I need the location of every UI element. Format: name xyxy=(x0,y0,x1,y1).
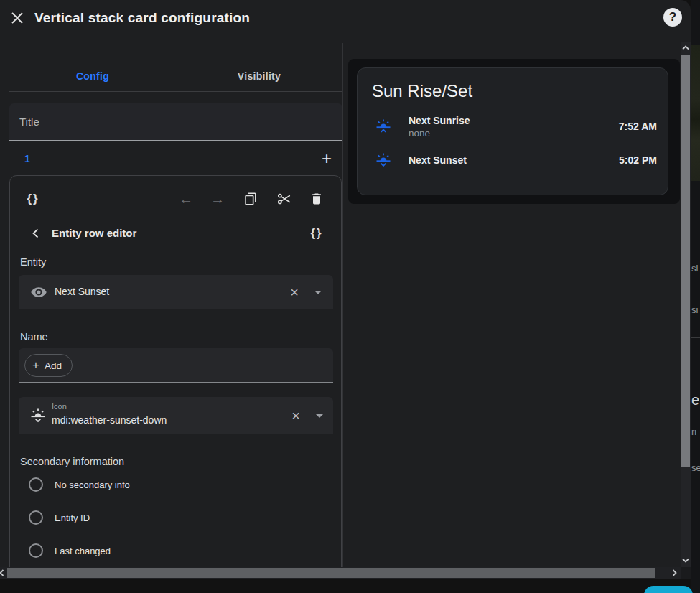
row-editor-subheader: Entity row editor {} xyxy=(10,220,341,249)
radio-icon[interactable] xyxy=(29,510,43,525)
scroll-up-icon[interactable] xyxy=(681,42,691,53)
background-page-edge: si si e ri se xyxy=(691,0,700,593)
screen: si si e ri se Vertical stack card config… xyxy=(0,0,700,593)
close-icon[interactable] xyxy=(7,8,27,28)
icon-select[interactable]: Icon mdi:weather-sunset-down × xyxy=(19,397,333,434)
vertical-scrollbar[interactable] xyxy=(681,42,691,567)
row-editor-title: Entity row editor xyxy=(52,227,136,239)
tab-config[interactable]: Config xyxy=(9,60,176,91)
radio-entity-id[interactable]: Entity ID xyxy=(10,502,341,533)
secondary-info-label: Secondary information xyxy=(20,456,124,467)
entity-name: Next Sunrise xyxy=(409,115,470,126)
config-tabs: Config Visibility xyxy=(9,60,342,92)
radio-icon[interactable] xyxy=(29,477,43,492)
background-text-fragment: si xyxy=(691,304,698,315)
column-divider xyxy=(342,43,343,567)
row-code-editor-button[interactable]: {} xyxy=(304,222,330,245)
clear-entity-icon[interactable]: × xyxy=(286,284,303,301)
horizontal-scrollbar-thumb[interactable] xyxy=(7,568,655,578)
weather-sunset-up-icon xyxy=(375,118,392,135)
dialog-title: Vertical stack card configuration xyxy=(34,10,250,26)
redo-button[interactable]: → xyxy=(205,186,230,212)
weather-sunset-down-icon xyxy=(29,407,47,424)
background-text-fragment: si xyxy=(691,263,698,274)
radio-last-changed[interactable]: Last changed xyxy=(10,535,341,566)
horizontal-scrollbar[interactable] xyxy=(0,567,681,579)
plus-icon: + xyxy=(32,358,39,373)
undo-button[interactable]: ← xyxy=(173,186,199,212)
cut-icon[interactable] xyxy=(271,186,297,212)
title-input-label: Title xyxy=(19,116,39,128)
name-section-label: Name xyxy=(20,331,48,342)
eye-icon xyxy=(30,284,47,301)
background-image-fragment xyxy=(691,45,700,181)
add-name-button[interactable]: + Add xyxy=(24,354,73,377)
preview-card: Sun Rise/Set Next Sunrise none xyxy=(357,67,668,195)
radio-no-secondary-info[interactable]: No secondary info xyxy=(10,469,341,500)
entity-section-label: Entity xyxy=(20,256,46,268)
show-code-editor-button[interactable]: {} xyxy=(20,186,46,212)
card-preview-area: Sun Rise/Set Next Sunrise none xyxy=(348,59,680,204)
icon-field-value: mdi:weather-sunset-down xyxy=(52,414,167,426)
card-editor-panel: {} ← → xyxy=(9,175,342,579)
entity-name: Next Sunset xyxy=(409,154,467,166)
stack-tab-1[interactable]: 1 xyxy=(17,142,38,175)
tab-visibility[interactable]: Visibility xyxy=(176,60,342,91)
back-chevron-icon[interactable] xyxy=(24,222,47,245)
help-icon[interactable]: ? xyxy=(663,8,682,27)
delete-icon[interactable] xyxy=(304,186,330,212)
background-text-fragment: ri xyxy=(691,426,696,437)
background-text-fragment: se xyxy=(691,462,700,473)
add-card-button[interactable]: + xyxy=(315,147,338,170)
background-divider xyxy=(691,337,700,338)
entity-state: 5:02 PM xyxy=(619,154,657,166)
radio-icon[interactable] xyxy=(29,543,43,558)
preview-row-next-sunset[interactable]: Next Sunset 5:02 PM xyxy=(375,147,657,173)
scroll-left-icon[interactable] xyxy=(0,567,6,579)
chevron-down-icon[interactable] xyxy=(314,291,322,294)
entity-state: 7:52 AM xyxy=(619,121,657,132)
save-button[interactable] xyxy=(644,586,693,593)
preview-card-title: Sun Rise/Set xyxy=(372,81,472,101)
stack-card-tabs: 1 + xyxy=(9,142,342,175)
scrollbar-corner xyxy=(681,567,691,579)
scroll-down-icon[interactable] xyxy=(681,554,691,566)
dialog-header: Vertical stack card configuration ? xyxy=(0,0,691,40)
vertical-scrollbar-thumb[interactable] xyxy=(681,55,690,467)
preview-row-next-sunrise[interactable]: Next Sunrise none 7:52 AM xyxy=(375,110,657,143)
card-configuration-dialog: Vertical stack card configuration ? Conf… xyxy=(0,0,691,579)
chevron-down-icon[interactable] xyxy=(316,414,323,418)
entity-select-value: Next Sunset xyxy=(55,286,109,297)
background-text-fragment: e xyxy=(691,392,699,408)
clear-icon-icon[interactable]: × xyxy=(287,407,304,424)
entity-select[interactable]: Next Sunset × xyxy=(19,275,333,309)
title-input[interactable]: Title xyxy=(9,103,342,141)
name-input[interactable]: + Add xyxy=(19,348,333,383)
entity-secondary: none xyxy=(409,128,470,139)
weather-sunset-down-icon xyxy=(375,151,392,169)
copy-icon[interactable] xyxy=(238,186,263,212)
scroll-right-icon[interactable] xyxy=(669,567,679,579)
add-name-label: Add xyxy=(45,360,62,371)
icon-field-label: Icon xyxy=(52,402,67,411)
